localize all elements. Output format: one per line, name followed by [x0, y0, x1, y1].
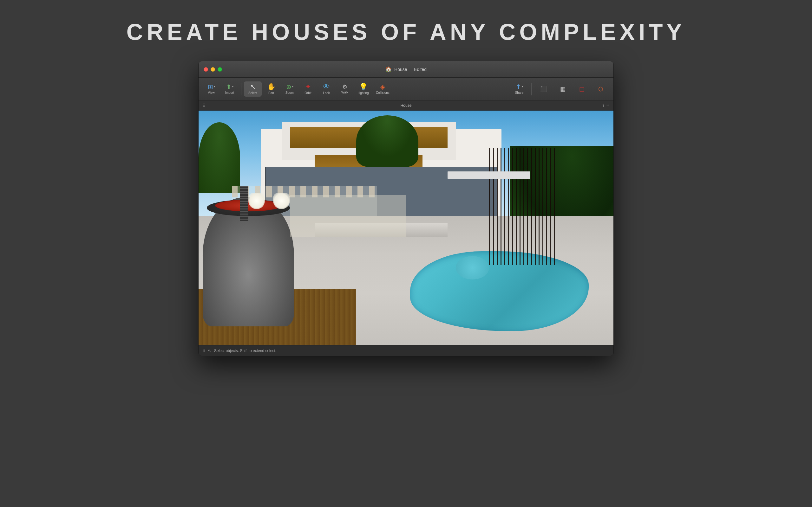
- minimize-button[interactable]: [211, 67, 215, 72]
- toolbar-btn-viewmode4[interactable]: ⬡: [592, 84, 610, 94]
- tab-info-icon: ℹ: [602, 103, 604, 108]
- right-overhang: [448, 171, 531, 178]
- toolbar-right: ⬆ ▾ Share ⬛ ▦ ◫ ⬡: [510, 82, 610, 96]
- viewmode4-icon: ⬡: [598, 86, 603, 92]
- viewmode2-icon: ▦: [560, 86, 565, 92]
- status-text: Select objects. Shift to extend select.: [214, 349, 276, 353]
- viewport[interactable]: [199, 111, 613, 345]
- zoom-arrow-icon: ▾: [292, 85, 293, 88]
- import-arrow-icon: ▾: [232, 85, 234, 88]
- look-icon: 👁: [323, 83, 330, 90]
- window-title: House — Edited: [394, 67, 426, 72]
- pan-label: Pan: [268, 91, 274, 95]
- look-label: Look: [323, 91, 330, 95]
- toolbar-sep-2: [531, 83, 531, 95]
- walk-icon: ⚙: [342, 84, 347, 90]
- view-arrow-icon: ▾: [214, 85, 215, 88]
- toolbar-btn-zoom[interactable]: ⊕ ▾ Zoom: [281, 82, 299, 96]
- pool-spa: [456, 256, 489, 279]
- status-grip-icon: ⠿: [202, 349, 205, 353]
- viewmode1-icon: ⬛: [540, 86, 547, 92]
- maximize-button[interactable]: [217, 67, 222, 72]
- toolbar-btn-view[interactable]: ⊞ ▾ View: [202, 82, 220, 96]
- toolbar-sep-1: [241, 83, 241, 95]
- orbit-label: Orbit: [305, 91, 311, 95]
- status-bar: ⠿ ↖ Select objects. Shift to extend sele…: [199, 345, 613, 356]
- select-icon: ↖: [250, 83, 256, 90]
- view-label: View: [208, 91, 215, 95]
- collisions-label: Collisions: [376, 91, 390, 95]
- share-label: Share: [515, 91, 524, 95]
- app-window: 🏠 House — Edited ⊞ ▾ View ⬆ ▾ Import ↖ S…: [198, 61, 614, 356]
- window-controls: [204, 67, 222, 72]
- toolbar-btn-import[interactable]: ⬆ ▾ Import: [221, 82, 239, 96]
- toolbar-btn-collisions[interactable]: ◈ Collisions: [373, 82, 393, 96]
- toolbar-btn-viewmode2[interactable]: ▦: [554, 84, 571, 94]
- pan-icon: ✋: [267, 83, 275, 90]
- toolbar-btn-lighting[interactable]: 💡 Lighting: [354, 81, 372, 97]
- document-icon: 🏠: [386, 66, 392, 72]
- toolbar-btn-viewmode1[interactable]: ⬛: [535, 84, 553, 94]
- toolbar-btn-select[interactable]: ↖ Select: [244, 81, 262, 97]
- share-icon: ⬆: [516, 83, 521, 90]
- fence-lattice: [489, 148, 555, 265]
- trees-left: [199, 122, 240, 193]
- title-bar-center: 🏠 House — Edited: [386, 66, 426, 72]
- outdoor-furniture: [290, 195, 406, 237]
- grill-stone-base: [203, 198, 294, 326]
- toolbar-btn-pan[interactable]: ✋ Pan: [262, 81, 280, 97]
- view-icon: ⊞: [208, 83, 213, 90]
- toolbar-btn-look[interactable]: 👁 Look: [317, 81, 335, 97]
- tree-center: [356, 115, 418, 167]
- walk-label: Walk: [341, 91, 348, 94]
- tab-grip-icon: ⠿: [202, 103, 206, 108]
- toolbar-btn-orbit[interactable]: ✦ Orbit: [299, 81, 317, 97]
- lighting-label: Lighting: [357, 91, 368, 95]
- toolbar-btn-viewmode3[interactable]: ◫: [573, 84, 591, 94]
- title-bar: 🏠 House — Edited: [199, 61, 613, 78]
- status-cursor-icon: ↖: [208, 348, 212, 353]
- zoom-label: Zoom: [286, 91, 294, 95]
- viewmode3-icon: ◫: [579, 86, 585, 92]
- share-arrow-icon: ▾: [522, 85, 523, 88]
- zoom-icon: ⊕: [286, 83, 292, 90]
- tab-bar: ⠿ House + ℹ: [199, 101, 613, 111]
- collisions-icon: ◈: [380, 83, 385, 90]
- lighting-icon: 💡: [359, 83, 368, 90]
- orbit-icon: ✦: [305, 83, 311, 90]
- 3d-scene: [199, 111, 613, 345]
- pendant-light-1: [248, 193, 265, 209]
- page-headline: CREATE HOUSES OF ANY COMPLEXITY: [126, 19, 686, 45]
- pendant-light-2: [273, 193, 290, 209]
- toolbar: ⊞ ▾ View ⬆ ▾ Import ↖ Select ✋ Pan: [199, 78, 613, 101]
- tab-add-button[interactable]: +: [606, 102, 610, 109]
- import-icon: ⬆: [226, 83, 232, 90]
- toolbar-btn-walk[interactable]: ⚙ Walk: [336, 82, 354, 96]
- select-label: Select: [248, 91, 257, 95]
- import-label: Import: [225, 91, 234, 95]
- close-button[interactable]: [204, 67, 208, 72]
- tab-title: House: [401, 103, 412, 108]
- grill-chain: [240, 186, 248, 221]
- toolbar-btn-share[interactable]: ⬆ ▾ Share: [510, 82, 528, 96]
